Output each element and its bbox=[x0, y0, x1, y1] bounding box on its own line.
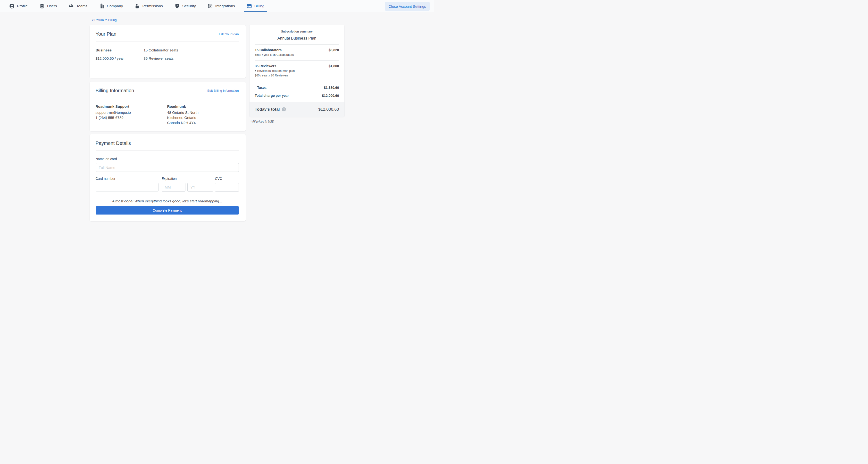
billing-address: Roadmunk 48 Ontario St North Kitchener, … bbox=[167, 104, 239, 125]
close-account-settings-button[interactable]: Close Account Settings bbox=[385, 2, 430, 11]
integrations-icon bbox=[208, 3, 213, 9]
contact-phone: 1 (234) 555-6789 bbox=[96, 115, 167, 120]
divider bbox=[96, 98, 239, 98]
edit-your-plan-link[interactable]: Edit Your Plan bbox=[219, 32, 239, 36]
edit-billing-information-link[interactable]: Edit Billing Information bbox=[207, 89, 239, 92]
expiration-label: Expiration bbox=[162, 177, 213, 181]
name-on-card-label: Name on card bbox=[96, 157, 239, 161]
tab-billing[interactable]: Billing bbox=[244, 0, 267, 12]
line-item-title: 35 Reviewers bbox=[255, 64, 276, 68]
divider bbox=[96, 41, 239, 41]
contact-name: Roadmunk Support bbox=[96, 104, 167, 109]
payment-note: Almost done! When everything looks good,… bbox=[96, 199, 239, 203]
line-item-amount: $1,800 bbox=[329, 64, 339, 68]
address-line3: Canada N2H 4Y4 bbox=[167, 120, 239, 125]
tab-label: Users bbox=[47, 4, 57, 8]
billing-information-title: Billing Information bbox=[96, 88, 134, 93]
teams-icon bbox=[68, 3, 74, 9]
taxes-row: Taxes $1,380.60 bbox=[250, 81, 344, 90]
users-icon bbox=[39, 3, 45, 9]
shield-icon bbox=[175, 3, 180, 9]
summary-plan-name: Annual Business Plan bbox=[250, 36, 344, 40]
cvc-label: CVC bbox=[215, 177, 239, 181]
company-name: Roadmunk bbox=[167, 104, 239, 109]
credit-card-icon bbox=[247, 3, 252, 9]
main-content: < Return to Billing Your Plan Edit Your … bbox=[90, 12, 344, 221]
subscription-summary-header: Subscription summary bbox=[250, 30, 344, 33]
tab-users[interactable]: Users bbox=[36, 0, 60, 12]
subscription-summary-card: Subscription summary Annual Business Pla… bbox=[250, 25, 344, 117]
tab-company[interactable]: Company bbox=[96, 0, 126, 12]
todays-total-row: Today's total ? $12,000.60 bbox=[250, 102, 344, 117]
todays-total-amount: $12,000.60 bbox=[318, 107, 339, 112]
summary-line-item: 35 Reviewers $1,800 5 Reviewers included… bbox=[250, 61, 344, 77]
line-item-title: 15 Collaborators bbox=[255, 48, 282, 52]
taxes-amount: $1,380.60 bbox=[324, 86, 339, 90]
line-item-amount: $8,820 bbox=[329, 48, 339, 52]
address-line2: Kitchener, Ontario bbox=[167, 115, 239, 120]
expiration-month-input[interactable] bbox=[162, 183, 185, 192]
contact-email: support-rm@tempo.io bbox=[96, 110, 167, 115]
line-item-detail: $588 / year x 15 Collaborators bbox=[255, 53, 339, 57]
tab-label: Billing bbox=[254, 4, 264, 8]
prices-footnote: * All prices in USD bbox=[250, 120, 344, 123]
reviewer-seats: 35 Reviewer seats bbox=[144, 56, 239, 60]
company-icon bbox=[99, 3, 104, 9]
total-row: Total charge per year $12,000.60 bbox=[250, 90, 344, 98]
your-plan-title: Your Plan bbox=[96, 31, 117, 37]
plan-price: $12,000.60 / year bbox=[96, 56, 144, 60]
tab-label: Permissions bbox=[142, 4, 163, 8]
complete-payment-button[interactable]: Complete Payment bbox=[96, 206, 239, 215]
lock-icon bbox=[134, 3, 140, 9]
taxes-label: Taxes bbox=[255, 86, 267, 90]
tab-integrations[interactable]: Integrations bbox=[205, 0, 238, 12]
card-number-label: Card number bbox=[96, 177, 158, 181]
todays-total-label: Today's total bbox=[255, 107, 280, 112]
tab-label: Company bbox=[107, 4, 123, 8]
tab-label: Profile bbox=[17, 4, 28, 8]
tab-teams[interactable]: Teams bbox=[65, 0, 90, 12]
expiration-year-input[interactable] bbox=[187, 183, 213, 192]
tab-profile[interactable]: Profile bbox=[6, 0, 31, 12]
plan-name: Business bbox=[96, 48, 144, 52]
your-plan-card: Your Plan Edit Your Plan Business 15 Col… bbox=[90, 25, 246, 78]
tab-label: Teams bbox=[76, 4, 87, 8]
card-number-input[interactable] bbox=[96, 183, 158, 191]
help-icon[interactable]: ? bbox=[282, 107, 286, 112]
tab-label: Security bbox=[182, 4, 196, 8]
line-item-detail: $60 / year x 30 Reviewers bbox=[255, 74, 339, 77]
address-line1: 48 Ontario St North bbox=[167, 110, 239, 115]
total-label: Total charge per year bbox=[255, 94, 289, 98]
cvc-input[interactable] bbox=[215, 183, 239, 192]
return-to-billing-link[interactable]: < Return to Billing bbox=[92, 18, 117, 22]
name-on-card-input[interactable] bbox=[96, 163, 239, 172]
billing-information-card: Billing Information Edit Billing Informa… bbox=[90, 82, 246, 131]
tab-permissions[interactable]: Permissions bbox=[131, 0, 165, 12]
profile-icon bbox=[9, 3, 14, 9]
collaborator-seats: 15 Collaborator seats bbox=[144, 48, 239, 52]
billing-contact: Roadmunk Support support-rm@tempo.io 1 (… bbox=[96, 104, 167, 125]
summary-line-item: 15 Collaborators $8,820 $588 / year x 15… bbox=[250, 45, 344, 57]
tab-security[interactable]: Security bbox=[172, 0, 199, 12]
left-column: < Return to Billing Your Plan Edit Your … bbox=[90, 18, 246, 221]
settings-nav: Profile Users Teams Company Permissions … bbox=[0, 0, 434, 12]
line-item-detail: 5 Reviewers included with plan bbox=[255, 69, 339, 72]
tab-label: Integrations bbox=[215, 4, 235, 8]
payment-details-card: Payment Details Name on card Card number… bbox=[90, 134, 246, 221]
payment-details-title: Payment Details bbox=[96, 141, 131, 146]
right-column: Subscription summary Annual Business Pla… bbox=[250, 18, 344, 221]
total-amount: $12,000.60 bbox=[322, 94, 339, 98]
